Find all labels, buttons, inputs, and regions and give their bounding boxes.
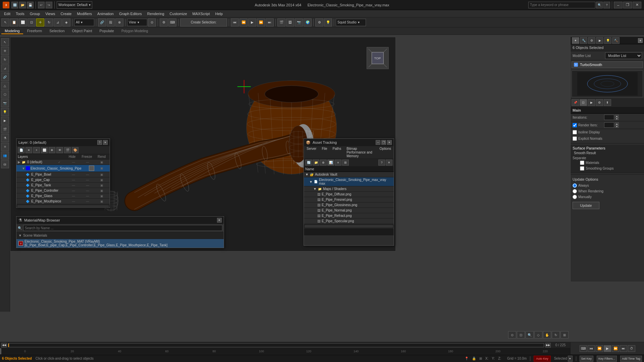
asset-minimize-btn[interactable]: – — [376, 140, 380, 145]
menu-modifiers[interactable]: Modifiers — [74, 11, 95, 16]
prev-frame-btn[interactable]: ⏮ — [231, 18, 239, 26]
asset-row-vault[interactable]: ▼ 🔐 Autodesk Vault — [304, 172, 394, 177]
minimize-btn[interactable]: – — [614, 2, 623, 8]
ts-explicit-checkbox[interactable] — [573, 136, 577, 141]
lp-crowd-icon[interactable]: 👥 — [1, 152, 9, 160]
nav-zoom-all-btn[interactable]: ⊡ — [517, 331, 525, 339]
rp-icon-hierarchy[interactable]: ⚙ — [588, 37, 595, 44]
rp-parent-btn[interactable]: ⬆ — [604, 99, 611, 106]
rp-icon-motion[interactable]: ▶ — [596, 37, 603, 44]
tab-modeling[interactable]: Modeling — [1, 28, 23, 34]
lp-render-icon[interactable]: 🎬 — [1, 125, 9, 133]
tab-populate[interactable]: Populate — [96, 28, 117, 34]
undo-btn[interactable]: ↩ — [38, 2, 45, 8]
layer-item-mouthpiece[interactable]: 🔷 E_Pipe_Mouthpiece — — ▣ — [16, 199, 110, 204]
unlink-btn[interactable]: ⛓ — [107, 18, 115, 26]
restore-btn[interactable]: ❐ — [623, 2, 632, 8]
asset-row-specular[interactable]: 🖼 E_Pipe_Specular.png — [304, 219, 394, 224]
rp-icon-utilities[interactable]: 🔨 — [612, 37, 620, 44]
next-frame-btn[interactable]: ⏭ — [266, 18, 274, 26]
rp-dropdown-btn[interactable]: ▾ — [638, 38, 643, 43]
window-cross-btn[interactable]: ⊡ — [28, 18, 36, 26]
asset-menu-paths[interactable]: Paths — [330, 146, 344, 159]
asset-merge-btn[interactable]: ⊕ — [320, 160, 327, 166]
lp-camera-icon[interactable]: 📷 — [1, 99, 9, 107]
close-btn[interactable]: ✕ — [633, 2, 641, 8]
ts-render-iters-checkbox[interactable] — [573, 123, 577, 127]
menu-views[interactable]: Views — [43, 11, 58, 16]
setting-btn[interactable]: ⚙ — [315, 18, 323, 26]
asset-row-diffuse[interactable]: 🖼 E_Pipe_Diffuse.png — [304, 192, 394, 197]
help-icon-btn[interactable]: ? — [603, 2, 610, 8]
tab-freeform[interactable]: Freeform — [24, 28, 46, 34]
layer-delete-btn[interactable]: ✕ — [25, 147, 32, 153]
render-btn[interactable]: 🖼 — [286, 18, 294, 26]
new-file-btn[interactable]: 🆕 — [11, 2, 18, 8]
layer-new-btn[interactable]: 📄 — [18, 147, 24, 153]
lp-scale-icon[interactable]: ⊿ — [1, 64, 9, 72]
layer-item-bowl[interactable]: 🔷 E_Pipe_Bowl — — ▣ — [16, 172, 110, 177]
open-file-btn[interactable]: 📂 — [19, 2, 26, 8]
layer-close-btn[interactable]: ✕ — [103, 140, 108, 145]
layer-color-btn[interactable]: 🎨 — [72, 147, 78, 153]
update-always-radio[interactable] — [573, 183, 577, 188]
material-close-btn[interactable]: ✕ — [217, 218, 222, 223]
search-input[interactable] — [528, 2, 595, 8]
lp-helper-icon[interactable]: △ — [1, 82, 9, 90]
asset-restore-btn[interactable]: ❐ — [381, 140, 386, 145]
layer-hide-btn[interactable]: 👁 — [56, 147, 63, 153]
selected-dropdown-btn[interactable]: ▾ — [568, 356, 573, 362]
layer-item-default[interactable]: ▶ 📁 0 (default) ✓ — — ▣ — [16, 160, 110, 165]
select-by-name-btn[interactable]: 📋 — [10, 18, 18, 26]
lp-rotate-icon[interactable]: ↻ — [1, 56, 9, 64]
asset-scrollbar-horizontal[interactable] — [304, 224, 394, 228]
rect-sel-btn[interactable]: ⬜ — [19, 18, 27, 26]
add-time-tag-btn[interactable]: Add Time Tag — [620, 356, 642, 362]
redo-btn[interactable]: ↪ — [46, 2, 52, 8]
timeline-start-btn[interactable]: ◀◀ — [1, 343, 7, 348]
ts-render-iters-down[interactable]: ▼ — [615, 125, 619, 128]
menu-animation[interactable]: Animation — [95, 11, 116, 16]
rp-icon-create[interactable]: ✦ — [572, 37, 579, 44]
update-btn[interactable]: Update — [573, 202, 599, 209]
lp-light-icon[interactable]: 💡 — [1, 108, 9, 116]
lp-link-icon[interactable]: 🔗 — [1, 73, 9, 81]
ts-render-iters-input[interactable]: 2 — [604, 122, 614, 128]
key-filters-btn[interactable]: Key Filters... — [597, 356, 617, 362]
layer-help-btn[interactable]: ? — [97, 140, 102, 145]
asset-row-refract[interactable]: 🖼 E_Pipe_Refract.png — [304, 213, 394, 219]
tab-object-paint[interactable]: Object Paint — [69, 28, 96, 34]
use-pivot-center-btn[interactable]: ⊙ — [148, 18, 156, 26]
rotate-btn[interactable]: ↻ — [45, 18, 53, 26]
asset-help-btn[interactable]: ? — [378, 160, 385, 166]
ts-iterations-input[interactable]: 0 — [604, 115, 614, 120]
material-search-input[interactable] — [23, 225, 222, 231]
nav-zoom-btn[interactable]: 🔍 — [526, 331, 534, 339]
menu-maxscript[interactable]: MAXScript — [190, 11, 213, 16]
asset-row-glossiness[interactable]: 🖼 E_Pipe_Glossiness.png — [304, 202, 394, 208]
rp-sel-btn[interactable]: ⊡ — [580, 99, 587, 106]
scale-uni-btn[interactable]: ◈ — [62, 18, 70, 26]
lp-anim-icon[interactable]: ▶ — [1, 117, 9, 125]
ts-isoline-checkbox[interactable] — [573, 130, 577, 134]
go-end-btn[interactable]: ⏭ — [620, 345, 627, 352]
search-btn[interactable]: 🔍 — [596, 2, 603, 8]
asset-row-normal[interactable]: 🖼 E_Pipe_Normal.png — [304, 208, 394, 213]
scale-btn[interactable]: ⊿ — [54, 18, 62, 26]
menu-customize[interactable]: Customize — [167, 11, 190, 16]
materials-checkbox[interactable] — [580, 161, 584, 165]
asset-menu-options[interactable]: Options — [377, 146, 394, 159]
asset-close-small-btn[interactable]: ✕ — [386, 160, 392, 166]
layer-render-btn[interactable]: 🎬 — [64, 147, 71, 153]
next-key-btn[interactable]: ⏩ — [257, 18, 265, 26]
keyboard-shortcut-btn[interactable]: ⌨ — [168, 18, 176, 26]
nav-orbit-btn[interactable]: ↻ — [552, 331, 560, 339]
select-obj-btn[interactable]: ↖ — [1, 18, 9, 26]
asset-detail-btn[interactable]: ⊞ — [342, 160, 349, 166]
layer-item-tank[interactable]: 🔷 E_Pipe_Tank — — ▣ — [16, 183, 110, 188]
ts-render-iters-up[interactable]: ▲ — [615, 122, 619, 125]
render-in-viewport-btn[interactable]: 📷 — [295, 18, 303, 26]
move-btn[interactable]: ✛ — [36, 18, 44, 26]
asset-close-btn[interactable]: ✕ — [387, 140, 392, 145]
layer-freeze-btn[interactable]: ❄ — [49, 147, 55, 153]
